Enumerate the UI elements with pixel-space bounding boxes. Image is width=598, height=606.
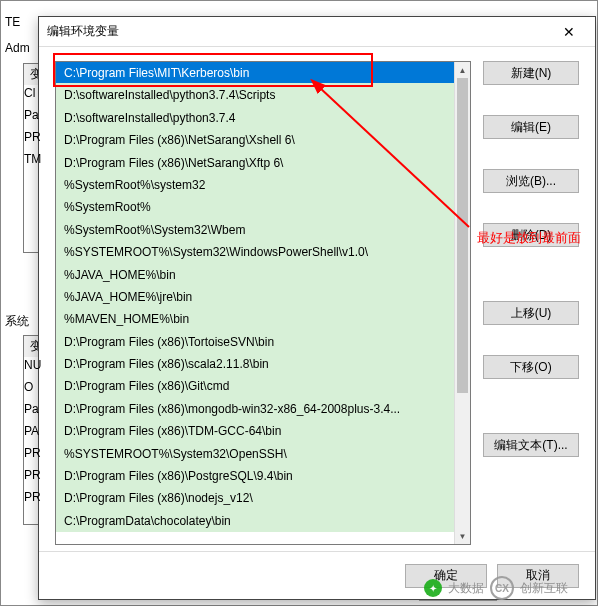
list-item[interactable]: D:\Program Files (x86)\mongodb-win32-x86… [56,398,454,420]
edit-text-button[interactable]: 编辑文本(T)... [483,433,579,457]
list-item[interactable]: D:\Program Files (x86)\TortoiseSVN\bin [56,331,454,353]
list-item[interactable]: D:\softwareInstalled\python3.7.4\Scripts [56,84,454,106]
watermark: ✦ 大数据 CX 创新互联 [424,576,568,600]
list-item[interactable]: %SystemRoot% [56,196,454,218]
list-item[interactable]: %SYSTEMROOT%\System32\WindowsPowerShell\… [56,241,454,263]
titlebar: 编辑环境变量 ✕ [39,17,595,47]
close-icon[interactable]: ✕ [551,20,587,44]
bg-rows-2: NU O Pa PA PR PR PR [24,354,41,508]
list-item[interactable]: D:\Program Files (x86)\PostgreSQL\9.4\bi… [56,465,454,487]
list-item[interactable]: %SystemRoot%\system32 [56,174,454,196]
dialog-title: 编辑环境变量 [47,23,551,40]
edit-button[interactable]: 编辑(E) [483,115,579,139]
watermark-text-1: 大数据 [448,580,484,597]
annotation-text: 最好是放到最前面 [477,229,581,247]
logo-icon: CX [490,576,514,600]
edit-env-dialog: 编辑环境变量 ✕ C:\Program Files\MIT\Kerberos\b… [38,16,596,600]
list-item[interactable]: C:\Program Files\MIT\Kerberos\bin [56,62,454,84]
scrollbar[interactable]: ▲ ▼ [454,62,470,544]
list-item[interactable]: C:\ProgramData\chocolatey\bin [56,510,454,532]
list-item[interactable]: %SYSTEMROOT%\System32\OpenSSH\ [56,443,454,465]
list-item[interactable]: D:\Program Files (x86)\Git\cmd [56,375,454,397]
watermark-text-2: 创新互联 [520,580,568,597]
list-item[interactable]: %JAVA_HOME%\jre\bin [56,286,454,308]
scroll-down-icon[interactable]: ▼ [455,528,471,544]
button-column: 新建(N) 编辑(E) 浏览(B)... 删除(D) 上移(U) 下移(O) 编… [483,61,579,545]
bg-label-sys: 系统 [5,313,29,330]
scroll-up-icon[interactable]: ▲ [455,62,471,78]
bg-rows-1: Cl Pa PR TM [24,82,41,170]
dialog-content: C:\Program Files\MIT\Kerberos\binD:\soft… [39,47,595,551]
wechat-icon: ✦ [424,579,442,597]
scroll-thumb[interactable] [457,78,468,393]
list-item[interactable]: D:\Program Files (x86)\TDM-GCC-64\bin [56,420,454,442]
list-item[interactable]: %JAVA_HOME%\bin [56,264,454,286]
move-down-button[interactable]: 下移(O) [483,355,579,379]
scroll-track[interactable] [455,78,470,528]
browse-button[interactable]: 浏览(B)... [483,169,579,193]
move-up-button[interactable]: 上移(U) [483,301,579,325]
list-item[interactable]: D:\Program Files (x86)\scala2.11.8\bin [56,353,454,375]
new-button[interactable]: 新建(N) [483,61,579,85]
list-item[interactable]: D:\Program Files (x86)\NetSarang\Xshell … [56,129,454,151]
list-item[interactable]: %SystemRoot%\System32\Wbem [56,219,454,241]
list-item[interactable]: D:\Program Files (x86)\nodejs_v12\ [56,487,454,509]
bg-label-admin: Adm [5,41,30,55]
bg-label-te: TE [5,15,20,29]
list-item[interactable]: D:\softwareInstalled\python3.7.4 [56,107,454,129]
path-listbox[interactable]: C:\Program Files\MIT\Kerberos\binD:\soft… [55,61,471,545]
list-item[interactable]: D:\Program Files (x86)\NetSarang\Xftp 6\ [56,152,454,174]
list-item[interactable]: %MAVEN_HOME%\bin [56,308,454,330]
